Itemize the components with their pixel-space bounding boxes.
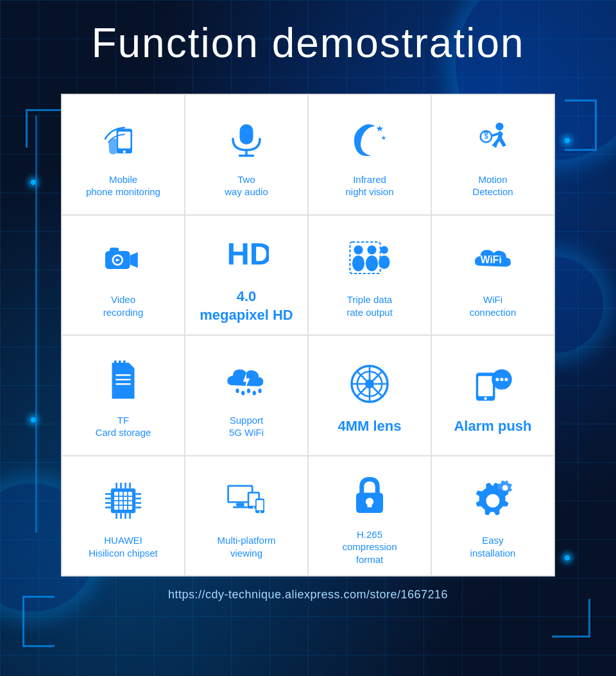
svg-point-2	[123, 150, 126, 153]
svg-text:$: $	[484, 132, 488, 140]
svg-point-46	[500, 377, 503, 381]
svg-rect-41	[478, 376, 493, 397]
svg-point-18	[368, 246, 377, 255]
bracket-top-left	[26, 109, 64, 148]
feature-infrared-night-vision: Infrarednight vision	[308, 94, 431, 215]
svg-point-28	[235, 388, 239, 393]
vertical-line-left	[35, 116, 37, 533]
motion-detection-label: MotionDetection	[472, 173, 513, 198]
feature-h265: H.265compressionformat	[308, 456, 431, 576]
feature-wifi-connection: WiFi WiFiconnection	[431, 215, 554, 336]
triple-icon	[344, 234, 395, 286]
moon-icon	[344, 114, 395, 166]
svg-point-30	[247, 388, 250, 393]
multi-platform-label: Multi-platformviewing	[218, 534, 276, 559]
lock-icon	[344, 469, 395, 521]
mobile-phone-monitoring-label: Mobilephone monitoring	[86, 173, 160, 198]
svg-point-42	[484, 397, 486, 400]
page-title: Function demostration	[0, 0, 616, 80]
svg-point-47	[504, 377, 508, 381]
svg-point-78	[253, 507, 255, 508]
chip-icon	[98, 475, 149, 526]
svg-rect-80	[257, 500, 264, 510]
svg-point-17	[352, 256, 364, 272]
motion-icon: $	[467, 114, 518, 166]
video-icon	[98, 234, 149, 286]
svg-point-6	[495, 123, 503, 130]
svg-rect-74	[236, 503, 244, 507]
wifi-connection-label: WiFiconnection	[470, 293, 517, 318]
svg-rect-75	[233, 507, 248, 508]
sdcard-icon	[98, 355, 149, 406]
phone-icon	[98, 114, 149, 166]
hd-label: 4.0megapixel HD	[200, 288, 293, 324]
svg-rect-13	[110, 248, 119, 252]
multiplatform-icon	[221, 475, 272, 526]
feature-4mm-lens: 4MM lens	[308, 335, 431, 456]
alarm-icon	[467, 358, 518, 410]
svg-point-45	[495, 377, 499, 381]
triple-data-rate-label: Triple datarate output	[346, 293, 393, 318]
svg-text:WiFi: WiFi	[481, 255, 502, 266]
feature-mobile-phone-monitoring: Mobilephone monitoring	[62, 94, 185, 215]
cloud-icon	[221, 355, 272, 406]
video-recording-label: Videorecording	[103, 293, 144, 318]
microphone-icon	[221, 114, 272, 166]
feature-motion-detection: $ MotionDetection	[431, 94, 554, 215]
hd-icon: HD	[221, 229, 272, 280]
svg-point-85	[486, 494, 500, 508]
4mm-lens-label: 4MM lens	[338, 417, 401, 436]
svg-point-19	[366, 256, 378, 272]
footer-url: https://cdy-technique.aliexpress.com/sto…	[0, 576, 616, 613]
feature-multi-platform: Multi-platformviewing	[185, 456, 308, 576]
svg-point-22	[379, 256, 390, 269]
svg-text:HD: HD	[227, 236, 269, 271]
gear-icon	[467, 475, 518, 526]
feature-hd: HD 4.0megapixel HD	[185, 215, 308, 336]
easy-installation-label: Easyinstallation	[470, 534, 516, 559]
feature-triple-data-rate: Triple datarate output	[308, 215, 431, 336]
features-grid: Mobilephone monitoring Twoway audio Infr…	[61, 94, 555, 576]
infrared-night-vision-label: Infrarednight vision	[345, 173, 393, 198]
feature-video-recording: Videorecording	[62, 215, 185, 336]
glow-dot-4	[565, 555, 570, 560]
svg-rect-3	[240, 124, 253, 144]
svg-point-86	[502, 485, 508, 491]
tf-card-label: TFCard storage	[96, 414, 151, 439]
feature-alarm-push: Alarm push	[431, 335, 554, 456]
support-5g-wifi-label: Support5G WiFi	[229, 414, 264, 439]
svg-point-32	[258, 388, 261, 393]
feature-huawei-chipset: HUAWEIHisilicon chipset	[62, 456, 185, 576]
two-way-audio-label: Twoway audio	[225, 173, 268, 198]
feature-two-way-audio: Twoway audio	[185, 94, 308, 215]
feature-support-5g-wifi: Support5G WiFi	[185, 335, 308, 456]
bracket-right-top	[565, 100, 597, 151]
huawei-chipset-label: HUAWEIHisilicon chipset	[89, 534, 158, 559]
feature-easy-installation: Easyinstallation	[431, 456, 554, 576]
aperture-icon	[344, 358, 395, 410]
svg-point-81	[259, 511, 261, 513]
feature-tf-card: TFCard storage	[62, 335, 185, 456]
h265-label: H.265compressionformat	[342, 528, 397, 566]
svg-point-21	[381, 246, 388, 254]
svg-rect-84	[368, 501, 372, 507]
wifi-badge-icon: WiFi	[467, 234, 518, 286]
svg-marker-14	[130, 252, 138, 268]
svg-point-16	[354, 246, 363, 255]
svg-point-31	[253, 391, 256, 395]
alarm-push-label: Alarm push	[454, 417, 531, 436]
svg-point-29	[241, 391, 244, 395]
svg-point-39	[365, 379, 374, 388]
